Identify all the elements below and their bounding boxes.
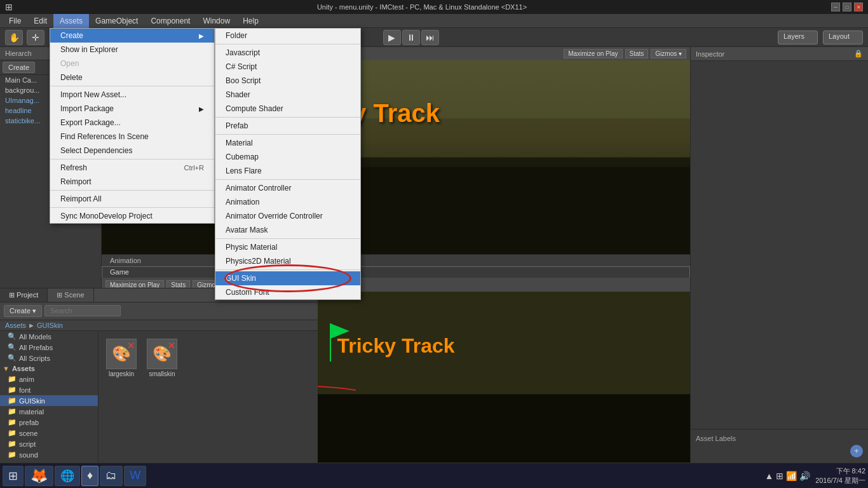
dropdown-find-refs[interactable]: Find References In Scene	[50, 130, 214, 144]
submenu-gui-skin[interactable]: GUI Skin	[215, 271, 360, 285]
animation-tab[interactable]: Animation	[102, 255, 690, 266]
submenu-compute-shader[interactable]: Compute Shader	[215, 102, 360, 116]
close-btn[interactable]: ✕	[854, 3, 863, 11]
lock-icon[interactable]: 🔒	[854, 50, 863, 58]
tree-all-models[interactable]: 🔍 All Models	[0, 331, 98, 342]
menu-gameobject[interactable]: GameObject	[89, 14, 144, 28]
stats-btn[interactable]: Stats	[625, 49, 649, 58]
firefox-btn[interactable]: 🦊	[25, 466, 53, 486]
layers-dropdown[interactable]: Layers	[778, 30, 818, 44]
submenu-avatar-mask[interactable]: Avatar Mask	[215, 223, 360, 237]
project-tab[interactable]: ⊞ Project	[0, 288, 48, 302]
submenu-shader[interactable]: Shader	[215, 88, 360, 102]
file-largeskin[interactable]: 🎨 ✕ largeskin	[104, 336, 139, 380]
menu-window[interactable]: Window	[196, 14, 236, 28]
tree-all-prefabs[interactable]: 🔍 All Prefabs	[0, 342, 98, 353]
submenu-physic-mat[interactable]: Physic Material	[215, 240, 360, 254]
submenu-animation[interactable]: Animation	[215, 195, 360, 209]
assets-dropdown: Create ▶ Show in Explorer Open Delete Im…	[50, 28, 215, 224]
inspector-panel: Inspector 🔒 Asset Labels +	[690, 47, 868, 463]
dropdown-divider-3	[50, 190, 214, 191]
hierarchy-create-btn[interactable]: Create	[3, 62, 35, 73]
hierarchy-title: Hierarch	[5, 50, 32, 57]
folder-icon-script: 📁	[8, 440, 17, 448]
project-create-btn[interactable]: Create ▾	[4, 305, 42, 317]
move-tool-btn[interactable]: ✛	[27, 30, 44, 45]
dropdown-delete[interactable]: Delete	[50, 71, 214, 85]
submenu-csharp[interactable]: C# Script	[215, 60, 360, 74]
dropdown-reimport-label: Reimport	[60, 177, 92, 186]
menu-help[interactable]: Help	[236, 14, 265, 28]
bottom-view-tabs: Animation Game	[102, 255, 690, 278]
dropdown-select-deps[interactable]: Select Dependencies	[50, 144, 214, 158]
dropdown-export-label: Export Package...	[60, 118, 121, 127]
tree-assets-root[interactable]: ▼ Assets	[0, 363, 98, 374]
play-btn[interactable]: ▶	[383, 30, 401, 45]
submenu-javascript[interactable]: Javascript	[215, 46, 360, 60]
dropdown-sync-mono[interactable]: Sync MonoDevelop Project	[50, 209, 214, 223]
submenu-material[interactable]: Material	[215, 136, 360, 150]
dropdown-create[interactable]: Create ▶	[50, 29, 214, 43]
menu-edit[interactable]: Edit	[27, 14, 53, 28]
asset-labels-section: Asset Labels +	[691, 429, 868, 463]
dropdown-export-package[interactable]: Export Package...	[50, 116, 214, 130]
hand-tool-btn[interactable]: ✋	[5, 30, 23, 45]
tree-scene[interactable]: 📁 scene	[0, 428, 98, 438]
tree-all-scripts[interactable]: 🔍 All Scripts	[0, 353, 98, 363]
game-title-top: y Track	[352, 99, 440, 128]
dropdown-reimport-all-label: Reimport All	[60, 194, 102, 203]
submenu-lens-flare[interactable]: Lens Flare	[215, 164, 360, 178]
folder-btn[interactable]: 🗂	[100, 466, 123, 486]
project-search-input[interactable]	[44, 305, 121, 316]
step-btn[interactable]: ⏭	[421, 30, 439, 45]
dropdown-refresh[interactable]: Refresh Ctrl+R	[50, 161, 214, 175]
submenu-folder[interactable]: Folder	[215, 29, 360, 43]
dropdown-import-package[interactable]: Import Package ▶	[50, 102, 214, 116]
tree-anim[interactable]: 📁 anim	[0, 374, 98, 384]
breadcrumb-root: Assets	[5, 322, 26, 329]
dropdown-reimport[interactable]: Reimport	[50, 175, 214, 189]
tree-script[interactable]: 📁 script	[0, 438, 98, 449]
search-icon-prefabs: 🔍	[8, 343, 17, 351]
chrome-btn[interactable]: 🌐	[55, 466, 80, 486]
menu-file[interactable]: File	[3, 14, 27, 28]
title-bar: ⊞ Unity - menu.unity - IMCtest - PC, Mac…	[0, 0, 868, 14]
submenu-custom-font[interactable]: Custom Font	[215, 285, 360, 299]
word-btn[interactable]: W	[124, 466, 146, 486]
dropdown-select-deps-label: Select Dependencies	[60, 146, 132, 155]
scene-panel-tab[interactable]: ⊞ Scene	[48, 288, 93, 302]
tree-sound[interactable]: 📁 sound	[0, 449, 98, 460]
window-title: Unity - menu.unity - IMCtest - PC, Mac &…	[13, 3, 831, 11]
start-btn[interactable]: ⊞	[3, 466, 24, 486]
asset-labels-btn[interactable]: +	[850, 445, 863, 458]
create-submenu: Folder Javascript C# Script Boo Script S…	[215, 28, 361, 300]
dropdown-reimport-all[interactable]: Reimport All	[50, 192, 214, 206]
submenu-cubemap[interactable]: Cubemap	[215, 150, 360, 164]
menu-assets[interactable]: Assets	[53, 14, 89, 28]
error-icon: ✕	[127, 341, 135, 351]
project-toolbar: Create ▾	[0, 302, 318, 320]
menu-component[interactable]: Component	[144, 14, 196, 28]
dropdown-import-new-label: Import New Asset...	[60, 90, 126, 99]
dropdown-import-new[interactable]: Import New Asset...	[50, 88, 214, 102]
submenu-prefab[interactable]: Prefab	[215, 119, 360, 133]
submenu-animator-ctrl[interactable]: Animator Controller	[215, 181, 360, 195]
tree-material[interactable]: 📁 material	[0, 406, 98, 417]
layout-dropdown[interactable]: Layout	[823, 30, 863, 44]
game-tab[interactable]: Game	[102, 266, 690, 278]
maximize-btn[interactable]: □	[843, 3, 851, 11]
tree-font[interactable]: 📁 font	[0, 384, 98, 395]
tree-guiskin[interactable]: 📁 GUISkin	[0, 395, 98, 406]
unity-taskbar-btn[interactable]: ♦	[81, 466, 98, 486]
maximize-on-play-btn[interactable]: Maximize on Play	[564, 49, 622, 58]
minimize-btn[interactable]: ─	[831, 3, 840, 11]
pause-btn[interactable]: ⏸	[402, 30, 420, 45]
submenu-boo[interactable]: Boo Script	[215, 74, 360, 88]
dropdown-show-explorer[interactable]: Show in Explorer	[50, 43, 214, 57]
submenu-physics2d-mat[interactable]: Physics2D Material	[215, 254, 360, 268]
tree-prefab[interactable]: 📁 prefab	[0, 417, 98, 428]
gizmos-btn[interactable]: Gizmos ▾	[651, 49, 686, 58]
file-smallskin[interactable]: 🎨 ✕ smallskin	[144, 336, 180, 380]
submenu-anim-override[interactable]: Animator Override Controller	[215, 209, 360, 223]
dropdown-refresh-shortcut: Ctrl+R	[184, 164, 204, 172]
